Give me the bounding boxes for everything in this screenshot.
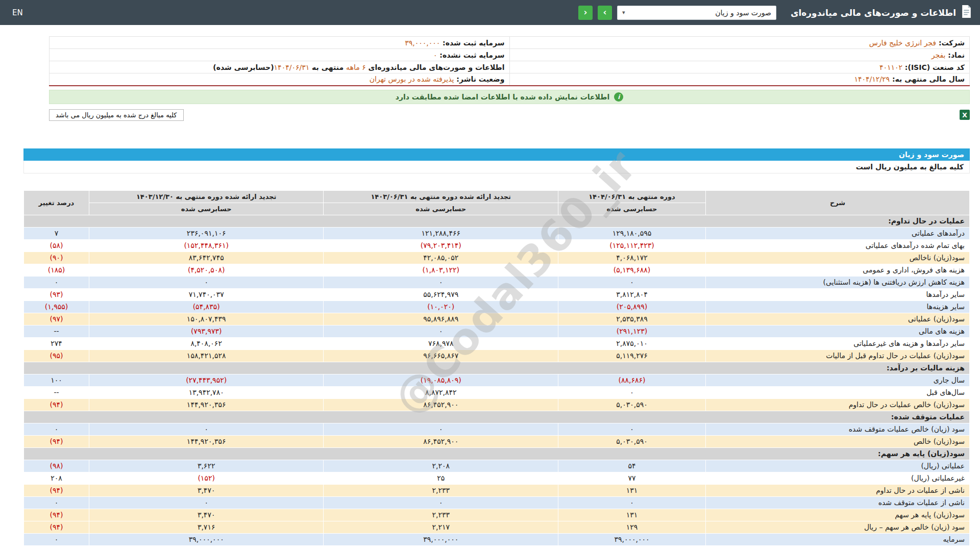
- amount-value: ۰: [558, 386, 705, 398]
- amount-value: ۳,۴۷۰: [89, 509, 324, 521]
- company-info-cell: اطلاعات و صورت‌های مالی میاندوره‌ای ۶ ما…: [50, 61, 510, 73]
- statement-row: غیرعملیاتی (ریال)۷۷۲۵(۱۵۲)۲۰۸: [24, 472, 970, 484]
- info-label: نماد:: [945, 51, 965, 59]
- chevron-down-icon: ▾: [622, 9, 625, 16]
- pct-change-value: (۹۸): [24, 460, 89, 472]
- row-label: ناشی از عملیات متوقف شده: [706, 496, 970, 509]
- statement-row: سود(زیان) ناخالص۴,۰۶۸,۱۷۲۴۲,۰۸۵,۰۵۲۸۳,۶۴…: [24, 252, 970, 264]
- amount-value: ۵۵,۶۲۴,۹۷۹: [324, 288, 558, 300]
- signature-match-banner: i اطلاعات نمایش داده شده با اطلاعات امضا…: [49, 90, 970, 104]
- amount-value: ۴,۰۶۸,۱۷۲: [558, 252, 705, 264]
- income-statement-table: شرح دوره منتهی به ۱۴۰۴/۰۶/۳۱ تجدید ارائه…: [23, 190, 970, 546]
- amount-value: (۸۸,۶۸۶): [558, 374, 705, 386]
- info-value: بفجر: [932, 51, 946, 59]
- amount-value: ۱۵۰,۸۰۷,۴۳۹: [89, 313, 324, 325]
- row-label: سال جاری: [706, 374, 970, 386]
- codal-report-icon[interactable]: [961, 5, 972, 20]
- header-period-prior: تجدید ارائه شده دوره منتهی به ۱۴۰۳/۰۶/۳۱: [324, 190, 558, 203]
- amount-value: ۲۳۶,۰۹۱,۱۰۶: [89, 227, 324, 239]
- company-info-cell: سال مالی منتهی به: ۱۴۰۴/۱۲/۲۹: [509, 73, 970, 86]
- company-info-cell: کد صنعت (ISIC): ۴۰۱۱۰۲: [509, 61, 970, 73]
- company-info-row: نماد: بفجرسرمایه ثبت نشده: ۰: [50, 49, 970, 61]
- row-label: سود(زیان) عملیاتی: [706, 313, 970, 325]
- amount-value: ۱۲۹,۱۸۰,۵۹۵: [558, 227, 705, 239]
- amount-value: ۸۳,۶۴۲,۷۴۵: [89, 252, 324, 264]
- amount-value: ۲,۲۱۷: [324, 521, 558, 533]
- statement-type-dropdown[interactable]: صورت سود و زیان ▾: [617, 6, 776, 20]
- amount-value: ۸,۸۷۲,۸۴۲: [324, 386, 558, 398]
- amount-value: ۳۹,۰۰۰,۰۰۰: [324, 533, 558, 545]
- header-period-current: دوره منتهی به ۱۴۰۴/۰۶/۳۱: [558, 190, 705, 203]
- section-header-row: عملیات در حال تداوم:: [24, 215, 970, 227]
- signature-match-text: اطلاعات نمایش داده شده با اطلاعات امضا ش…: [396, 93, 609, 101]
- amount-value: ۱۵۸,۴۲۱,۵۲۸: [89, 349, 324, 362]
- amount-value: (۴,۵۲۰,۵۰۸): [89, 264, 324, 276]
- row-label: هزینه های فروش، اداری و عمومی: [706, 264, 970, 276]
- amount-value: ۸,۴۰۸,۰۶۲: [89, 337, 324, 349]
- statement-row: هزینه های مالی(۲۹۱,۱۲۳)۰(۷۹۳,۹۷۳)--: [24, 325, 970, 337]
- row-label: سایر درآمدها: [706, 288, 970, 300]
- amount-value: ۳,۷۱۶: [89, 521, 324, 533]
- info-label: منتهی به: [309, 63, 346, 71]
- amount-value: ۱۴۴,۹۲۰,۳۵۶: [89, 435, 324, 447]
- company-info-cell: نماد: بفجر: [509, 49, 970, 61]
- pct-change-value: ۲۰۸: [24, 472, 89, 484]
- row-label: هزینه های مالی: [706, 325, 970, 337]
- pct-change-value: --: [24, 325, 89, 337]
- info-value: فجر انرژی خلیج فارس: [869, 39, 936, 47]
- info-label: شرکت:: [936, 39, 965, 47]
- amount-value: ۰: [89, 276, 324, 288]
- amount-value: ۳,۸۱۲,۸۰۴: [558, 288, 705, 300]
- amount-value: (۵,۱۳۹,۶۸۸): [558, 264, 705, 276]
- company-info-table: شرکت: فجر انرژی خلیج فارسسرمایه ثبت شده:…: [49, 36, 970, 86]
- statement-row: ناشی از عملیات متوقف شده۰۰۰۰: [24, 496, 970, 509]
- pct-change-value: (۱,۹۵۵): [24, 300, 89, 313]
- amount-value: ۱۳۱: [558, 509, 705, 521]
- statement-type-selected-value: صورت سود و زیان: [715, 9, 771, 17]
- amount-value: ۱۴۴,۹۲۰,۳۵۶: [89, 398, 324, 411]
- info-value: ۶ ماهه: [346, 63, 366, 71]
- amount-value: ۷۶۸,۹۷۸: [324, 337, 558, 349]
- pct-change-value: (۹۳): [24, 288, 89, 300]
- section-title: سود(زیان) پایه هر سهم:: [24, 447, 970, 460]
- row-label: سایر هزینه‌ها: [706, 300, 970, 313]
- pct-change-value: ۲۷۴: [24, 337, 89, 349]
- info-label: سال مالی منتهی به:: [890, 75, 965, 83]
- info-value: ۱۴۰۴/۱۲/۲۹: [854, 75, 890, 83]
- statement-row: سایر درآمدها۳,۸۱۲,۸۰۴۵۵,۶۲۴,۹۷۹۷۱,۷۴۰,۰۳…: [24, 288, 970, 300]
- amount-value: (۱۵۲): [89, 472, 324, 484]
- info-value: ۴۰۱۱۰۲: [879, 63, 902, 71]
- prev-statement-button[interactable]: ‹: [578, 6, 593, 20]
- row-label: سرمایه: [706, 533, 970, 545]
- statement-row: بهای تمام شده درآمدهای عملیاتی(۱۲۵,۱۱۲,۴…: [24, 239, 970, 252]
- amount-value: ۲۵: [324, 472, 558, 484]
- amount-value: ۲,۵۳۵,۳۸۹: [558, 313, 705, 325]
- language-toggle-en[interactable]: EN: [8, 8, 27, 17]
- amount-value: ۸۶,۴۵۲,۹۰۰: [324, 435, 558, 447]
- row-label: بهای تمام شده درآمدهای عملیاتی: [706, 239, 970, 252]
- statement-row: سود(زیان) پایه هر سهم۱۳۱۲,۲۳۳۳,۴۷۰(۹۴): [24, 509, 970, 521]
- amount-value: ۱۳۱: [558, 484, 705, 496]
- header-period-annual: تجدید ارائه شده دوره منتهی به ۱۴۰۳/۱۲/۳۰: [89, 190, 324, 203]
- amount-value: (۵۴,۸۳۵): [89, 300, 324, 313]
- statement-row: درآمدهای عملیاتی۱۲۹,۱۸۰,۵۹۵۱۲۱,۲۸۸,۴۶۶۲۳…: [24, 227, 970, 239]
- row-label: سود(زیان) خالص عملیات در حال تداوم: [706, 398, 970, 411]
- pct-change-value: ۰: [24, 496, 89, 509]
- statement-row: سرمایه۳۹,۰۰۰,۰۰۰۳۹,۰۰۰,۰۰۰۳۹,۰۰۰,۰۰۰۰: [24, 533, 970, 545]
- statement-row: سود(زیان) عملیات در حال تداوم قبل از مال…: [24, 349, 970, 362]
- row-label: سود (زیان) خالص هر سهم – ریال: [706, 521, 970, 533]
- row-label: سایر درآمدها و هزینه های غیرعملیاتی: [706, 337, 970, 349]
- unit-note-box: کلیه مبالغ درج شده به میلیون ریال می باش…: [49, 109, 184, 121]
- amount-value: ۲,۲۰۸: [324, 460, 558, 472]
- header-pct-change: درصد تغییر: [24, 190, 89, 215]
- pct-change-value: (۹۴): [24, 484, 89, 496]
- amount-value: ۴۲,۰۸۵,۰۵۲: [324, 252, 558, 264]
- excel-export-icon[interactable]: X: [960, 110, 970, 120]
- company-info-row: سال مالی منتهی به: ۱۴۰۴/۱۲/۲۹وضعیت ناشر:…: [50, 73, 970, 86]
- row-label: سال‌های قبل: [706, 386, 970, 398]
- amount-value: ۰: [89, 423, 324, 435]
- row-label: سود(زیان) ناخالص: [706, 252, 970, 264]
- amount-value: ۰: [324, 276, 558, 288]
- next-statement-button[interactable]: ›: [598, 6, 612, 20]
- amount-value: ۵,۰۳۰,۵۹۰: [558, 398, 705, 411]
